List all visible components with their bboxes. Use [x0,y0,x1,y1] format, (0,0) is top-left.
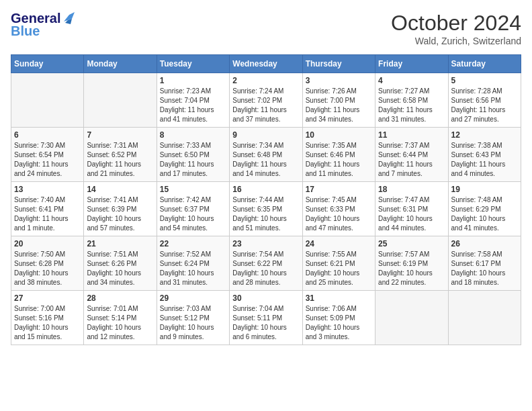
day-number: 22 [160,239,226,248]
day-info: Sunrise: 7:31 AMSunset: 6:52 PMDaylight:… [87,141,153,179]
day-number: 15 [160,185,226,194]
day-cell-w4-d4: 23Sunrise: 7:54 AMSunset: 6:22 PMDayligh… [230,236,302,291]
day-cell-w2-d4: 9Sunrise: 7:34 AMSunset: 6:48 PMDaylight… [230,128,302,182]
day-info: Sunrise: 7:47 AMSunset: 6:31 PMDaylight:… [378,195,445,233]
day-number: 3 [306,76,372,85]
week-row-3: 13Sunrise: 7:40 AMSunset: 6:41 PMDayligh… [11,182,521,236]
day-info: Sunrise: 7:27 AMSunset: 6:58 PMDaylight:… [378,87,445,124]
month-title: October 2024 [391,11,521,36]
day-cell-w3-d1: 13Sunrise: 7:40 AMSunset: 6:41 PMDayligh… [11,182,84,236]
day-cell-w4-d1: 20Sunrise: 7:50 AMSunset: 6:28 PMDayligh… [11,236,84,291]
day-number: 27 [14,293,81,303]
day-number: 5 [451,76,518,85]
day-cell-w5-d2: 28Sunrise: 7:01 AMSunset: 5:14 PMDayligh… [84,291,157,345]
day-number: 28 [87,293,153,303]
day-number: 23 [232,239,299,248]
day-info: Sunrise: 7:35 AMSunset: 6:46 PMDaylight:… [306,141,372,179]
calendar-body: 1Sunrise: 7:23 AMSunset: 7:04 PMDaylight… [11,73,521,345]
day-info: Sunrise: 7:00 AMSunset: 5:16 PMDaylight:… [14,304,81,342]
day-cell-w5-d1: 27Sunrise: 7:00 AMSunset: 5:16 PMDayligh… [11,291,84,345]
day-cell-w2-d6: 11Sunrise: 7:37 AMSunset: 6:44 PMDayligh… [375,128,448,182]
day-number: 29 [160,293,226,303]
day-number: 21 [87,239,153,248]
day-cell-w1-d4: 2Sunrise: 7:24 AMSunset: 7:02 PMDaylight… [230,73,302,128]
day-cell-w4-d6: 25Sunrise: 7:57 AMSunset: 6:19 PMDayligh… [375,236,448,291]
day-number: 30 [232,293,299,303]
day-number: 19 [451,185,518,194]
day-info: Sunrise: 7:42 AMSunset: 6:37 PMDaylight:… [160,195,226,233]
day-number: 12 [451,130,518,140]
day-info: Sunrise: 7:50 AMSunset: 6:28 PMDaylight:… [14,250,81,287]
day-number: 26 [451,239,518,248]
day-cell-w4-d3: 22Sunrise: 7:52 AMSunset: 6:24 PMDayligh… [157,236,229,291]
day-number: 1 [160,76,226,85]
day-cell-w2-d1: 6Sunrise: 7:30 AMSunset: 6:54 PMDaylight… [11,128,84,182]
day-info: Sunrise: 7:41 AMSunset: 6:39 PMDaylight:… [87,195,153,233]
week-row-4: 20Sunrise: 7:50 AMSunset: 6:28 PMDayligh… [11,236,521,291]
location: Wald, Zurich, Switzerland [391,36,521,46]
day-info: Sunrise: 7:48 AMSunset: 6:29 PMDaylight:… [451,195,518,233]
day-info: Sunrise: 7:30 AMSunset: 6:54 PMDaylight:… [14,141,81,179]
day-info: Sunrise: 7:04 AMSunset: 5:11 PMDaylight:… [232,304,299,342]
day-cell-w2-d2: 7Sunrise: 7:31 AMSunset: 6:52 PMDaylight… [84,128,157,182]
day-number: 14 [87,185,153,194]
day-number: 18 [378,185,445,194]
calendar-table: Sunday Monday Tuesday Wednesday Thursday… [11,54,521,345]
day-info: Sunrise: 7:51 AMSunset: 6:26 PMDaylight:… [87,250,153,287]
day-number: 16 [232,185,299,194]
day-cell-w1-d7: 5Sunrise: 7:28 AMSunset: 6:56 PMDaylight… [448,73,521,128]
day-cell-w4-d5: 24Sunrise: 7:55 AMSunset: 6:21 PMDayligh… [302,236,375,291]
day-cell-w3-d5: 17Sunrise: 7:45 AMSunset: 6:33 PMDayligh… [302,182,375,236]
day-cell-w2-d3: 8Sunrise: 7:33 AMSunset: 6:50 PMDaylight… [157,128,229,182]
day-number: 8 [160,130,226,140]
header-wednesday: Wednesday [230,55,302,73]
day-cell-w5-d3: 29Sunrise: 7:03 AMSunset: 5:12 PMDayligh… [157,291,229,345]
day-info: Sunrise: 7:54 AMSunset: 6:22 PMDaylight:… [232,250,299,287]
day-cell-w4-d7: 26Sunrise: 7:58 AMSunset: 6:17 PMDayligh… [448,236,521,291]
day-number: 17 [306,185,372,194]
day-number: 4 [378,76,445,85]
day-info: Sunrise: 7:38 AMSunset: 6:43 PMDaylight:… [451,141,518,179]
logo-blue: Blue [11,24,40,39]
day-cell-w3-d3: 15Sunrise: 7:42 AMSunset: 6:37 PMDayligh… [157,182,229,236]
day-number: 10 [306,130,372,140]
day-cell-w1-d6: 4Sunrise: 7:27 AMSunset: 6:58 PMDaylight… [375,73,448,128]
day-cell-w5-d5: 31Sunrise: 7:06 AMSunset: 5:09 PMDayligh… [302,291,375,345]
day-cell-w3-d7: 19Sunrise: 7:48 AMSunset: 6:29 PMDayligh… [448,182,521,236]
day-info: Sunrise: 7:55 AMSunset: 6:21 PMDaylight:… [306,250,372,287]
header-saturday: Saturday [448,55,521,73]
title-area: October 2024 Wald, Zurich, Switzerland [391,11,521,46]
logo-bird-icon [61,12,76,24]
day-info: Sunrise: 7:52 AMSunset: 6:24 PMDaylight:… [160,250,226,287]
day-number: 6 [14,130,81,140]
day-cell-w4-d2: 21Sunrise: 7:51 AMSunset: 6:26 PMDayligh… [84,236,157,291]
day-info: Sunrise: 7:03 AMSunset: 5:12 PMDaylight:… [160,304,226,342]
day-cell-w2-d7: 12Sunrise: 7:38 AMSunset: 6:43 PMDayligh… [448,128,521,182]
calendar-header: Sunday Monday Tuesday Wednesday Thursday… [11,55,521,73]
day-cell-w5-d7 [448,291,521,345]
day-info: Sunrise: 7:23 AMSunset: 7:04 PMDaylight:… [160,87,226,124]
week-row-5: 27Sunrise: 7:00 AMSunset: 5:16 PMDayligh… [11,291,521,345]
day-cell-w1-d2 [84,73,157,128]
day-cell-w3-d4: 16Sunrise: 7:44 AMSunset: 6:35 PMDayligh… [230,182,302,236]
day-number: 2 [232,76,299,85]
week-row-1: 1Sunrise: 7:23 AMSunset: 7:04 PMDaylight… [11,73,521,128]
logo: General Blue [11,11,76,39]
day-number: 7 [87,130,153,140]
day-cell-w5-d4: 30Sunrise: 7:04 AMSunset: 5:11 PMDayligh… [230,291,302,345]
header-sunday: Sunday [11,55,84,73]
day-info: Sunrise: 7:45 AMSunset: 6:33 PMDaylight:… [306,195,372,233]
day-number: 20 [14,239,81,248]
day-info: Sunrise: 7:40 AMSunset: 6:41 PMDaylight:… [14,195,81,233]
day-number: 31 [306,293,372,303]
header-friday: Friday [375,55,448,73]
day-info: Sunrise: 7:06 AMSunset: 5:09 PMDaylight:… [306,304,372,342]
header-tuesday: Tuesday [157,55,229,73]
day-number: 13 [14,185,81,194]
header-thursday: Thursday [302,55,375,73]
day-info: Sunrise: 7:01 AMSunset: 5:14 PMDaylight:… [87,304,153,342]
day-info: Sunrise: 7:58 AMSunset: 6:17 PMDaylight:… [451,250,518,287]
week-row-2: 6Sunrise: 7:30 AMSunset: 6:54 PMDaylight… [11,128,521,182]
day-cell-w1-d5: 3Sunrise: 7:26 AMSunset: 7:00 PMDaylight… [302,73,375,128]
day-number: 9 [232,130,299,140]
